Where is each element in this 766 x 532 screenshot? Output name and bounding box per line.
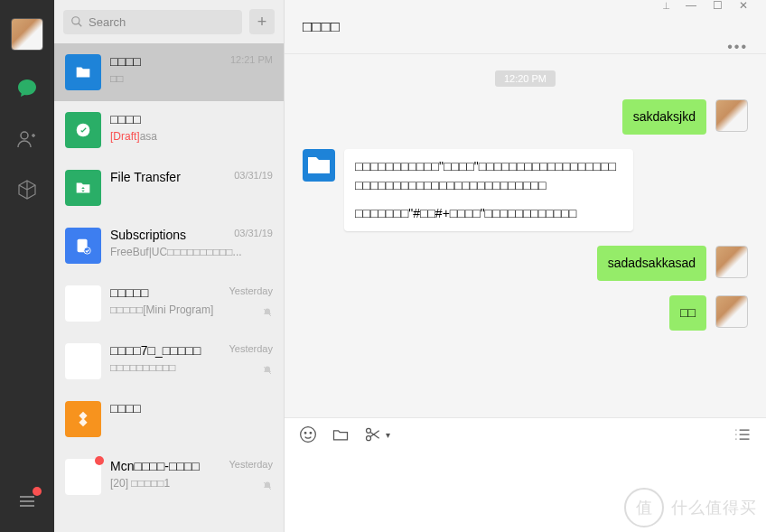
chat-avatar [65, 285, 101, 322]
svg-point-0 [21, 132, 28, 139]
chat-item-time: Yesterday [229, 285, 273, 296]
chat-item[interactable]: File Transfer03/31/19 [54, 159, 284, 217]
chat-item-time: 12:21 PM [230, 54, 273, 65]
menu-button[interactable] [14, 489, 40, 514]
svg-point-5 [301, 427, 316, 443]
chat-item[interactable]: □□□□7□_□□□□□□□□□□□□□□□Yesterday [54, 332, 284, 390]
chat-item-sub: □□□□□[Mini Program] [110, 303, 273, 316]
messages-area: 12:20 PM sakdaksjkd□□□□□□□□□□□"□□□□"□□□□… [285, 54, 766, 417]
minimize-icon[interactable]: — [686, 0, 696, 12]
folder-icon[interactable] [332, 425, 350, 443]
chat-item[interactable]: □□□□ [54, 390, 284, 448]
message-row: sadadsakkasad [303, 246, 748, 281]
chat-avatar [65, 343, 101, 379]
message-row: □□□□□□□□□□□"□□□□"□□□□□□□□□□□□□□□□□□□□□□□… [303, 149, 748, 231]
chat-item[interactable]: SubscriptionsFreeBuf|UC□□□□□□□□□□...03/3… [54, 217, 284, 275]
chat-avatar [65, 170, 101, 206]
svg-point-1 [72, 17, 79, 24]
chat-item[interactable]: □□□□□□12:21 PM [54, 43, 284, 101]
chat-item[interactable]: □□□□□□□□□□[Mini Program]Yesterday [54, 275, 284, 332]
chat-item[interactable]: Mcn□□□□-□□□□[20] □□□□□1Yesterday [54, 448, 284, 506]
search-input[interactable]: Search [63, 10, 242, 34]
chat-item-time: Yesterday [229, 459, 273, 470]
chat-item-sub: □□□□□□□□□□ [110, 361, 273, 374]
svg-point-6 [304, 433, 306, 434]
unread-badge [95, 456, 104, 465]
contacts-tab[interactable] [14, 126, 40, 152]
chat-avatar [65, 228, 101, 264]
svg-point-9 [367, 436, 371, 441]
chat-item-time: 03/31/19 [234, 170, 273, 181]
cube-tab[interactable] [14, 177, 40, 202]
chat-item[interactable]: □□□□[Draft]asa [54, 101, 284, 159]
chat-list: □□□□□□12:21 PM□□□□[Draft]asaFile Transfe… [54, 43, 284, 532]
message-row: sakdaksjkd [303, 99, 748, 135]
search-placeholder: Search [89, 15, 126, 29]
chat-item-sub: □□ [110, 72, 273, 85]
chat-item-sub: [20] □□□□□1 [110, 477, 273, 490]
emoji-icon[interactable] [299, 425, 317, 443]
chat-item-sub: [Draft]asa [110, 130, 273, 143]
chat-avatar [65, 54, 101, 90]
menu-badge [33, 487, 42, 496]
time-stamp: 12:20 PM [495, 70, 556, 87]
compose-area: ▾ 值 什么值得买 [285, 417, 766, 532]
chat-item-title: □□□□ [110, 401, 273, 415]
scissors-icon[interactable] [364, 425, 382, 443]
chat-avatar [65, 112, 101, 148]
message-bubble: □□□□□□□□□□□"□□□□"□□□□□□□□□□□□□□□□□□□□□□□… [344, 149, 633, 231]
svg-point-8 [367, 428, 371, 433]
message-row: □□ [303, 295, 748, 331]
mute-icon [262, 305, 273, 322]
list-icon[interactable] [733, 425, 752, 443]
mute-icon [262, 363, 273, 379]
chat-pane: □□□□ ⟂ — ☐ ✕ ••• 12:20 PM sakdaksjkd□□□□… [285, 0, 766, 532]
scissors-dropdown[interactable]: ▾ [386, 430, 390, 440]
message-bubble: □□ [669, 295, 706, 331]
mute-icon [262, 479, 273, 495]
chat-avatar [65, 459, 101, 495]
add-button[interactable]: + [249, 9, 275, 34]
pin-icon[interactable]: ⟂ [663, 0, 669, 12]
chat-item-time: Yesterday [229, 343, 273, 354]
chat-avatar [65, 401, 101, 437]
message-avatar [715, 99, 748, 132]
maximize-icon[interactable]: ☐ [713, 0, 723, 12]
message-avatar [715, 295, 748, 328]
message-bubble: sadadsakkasad [597, 246, 706, 281]
more-button[interactable]: ••• [727, 39, 748, 55]
user-avatar[interactable] [11, 18, 43, 51]
close-icon[interactable]: ✕ [739, 0, 748, 12]
chat-item-time: 03/31/19 [234, 228, 273, 238]
chat-item-title: □□□□ [110, 112, 273, 126]
svg-point-7 [310, 433, 312, 434]
nav-rail [0, 0, 54, 532]
message-bubble: sakdaksjkd [622, 99, 706, 135]
message-avatar [303, 149, 335, 182]
chat-header: □□□□ ⟂ — ☐ ✕ ••• [285, 0, 766, 54]
message-input[interactable] [285, 451, 766, 532]
chat-list-panel: Search + □□□□□□12:21 PM□□□□[Draft]asaFil… [54, 0, 285, 532]
chats-tab[interactable] [14, 76, 40, 101]
search-icon [70, 15, 83, 28]
message-avatar [715, 246, 748, 278]
chat-title: □□□□ [303, 18, 663, 36]
chat-item-sub: FreeBuf|UC□□□□□□□□□□... [110, 246, 273, 258]
